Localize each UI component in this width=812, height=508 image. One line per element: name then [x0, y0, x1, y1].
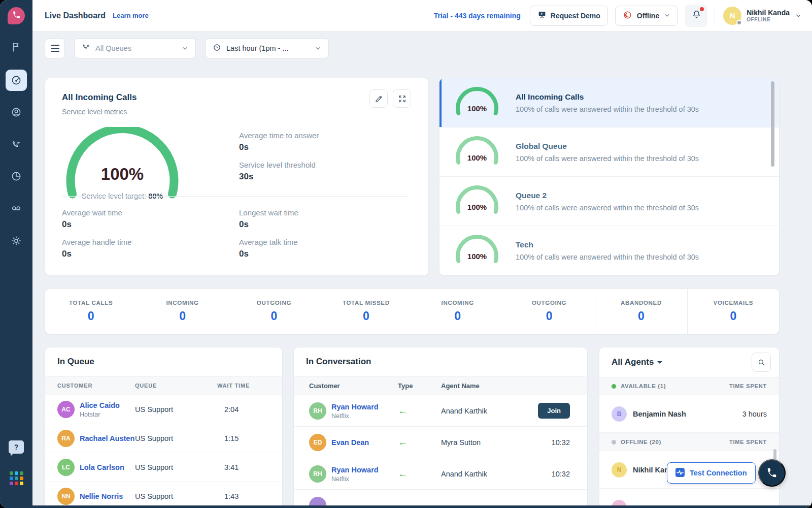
- bell-icon: [691, 9, 702, 22]
- incoming-call-arrow-icon: ←: [398, 437, 441, 448]
- time-spent: 3 hours: [742, 410, 767, 418]
- mini-gauge: 100%: [453, 235, 501, 266]
- table-row: NN Nellie Norris US Support 1:43: [45, 482, 282, 508]
- stat-total-missed: TOTAL MISSED0: [320, 289, 412, 334]
- sidebar: ?: [0, 0, 32, 508]
- call-metrics-icon[interactable]: [6, 134, 27, 155]
- avatar: AC: [57, 401, 75, 418]
- page-title: Live Dashboard: [45, 11, 106, 20]
- metric-avg-talk-time: Average talk time 0s: [239, 238, 298, 259]
- stat-missed-outgoing: OUTGOING0: [503, 289, 595, 334]
- queue-name: Global Queue: [516, 142, 699, 151]
- user-menu[interactable]: N Nikhil Kanda OFFLINE: [723, 7, 802, 25]
- table-header: CustomerTypeAgent Name: [294, 376, 587, 395]
- table-header: CUSTOMERQUEUEWAIT TIME: [45, 376, 282, 395]
- learn-more-link[interactable]: Learn more: [113, 12, 149, 19]
- call-duration: 10:32: [517, 438, 587, 447]
- reports-icon[interactable]: [6, 166, 27, 187]
- table-row: RH Ryan Howard Netflix ← Anand Karthik 1…: [294, 458, 587, 490]
- metric-avg-wait-time: Average wait time 0s: [62, 208, 122, 230]
- user-name: Nikhil Kanda: [747, 9, 790, 17]
- queue-desc: 100% of calls were answered within the t…: [516, 105, 699, 113]
- customer-link[interactable]: Ryan Howard: [331, 403, 379, 411]
- test-connection-button[interactable]: Test Connection: [667, 462, 756, 484]
- dashboard-menu-button[interactable]: [45, 38, 65, 58]
- presentation-icon: [537, 10, 547, 21]
- trial-banner[interactable]: Trial - 443 days remaining: [434, 12, 521, 20]
- stat-voicemails: VOICEMAILS0: [688, 289, 779, 334]
- status-dot: [612, 440, 616, 444]
- card-title: All Incoming Calls: [62, 92, 137, 103]
- app-switcher-icon[interactable]: [10, 471, 24, 486]
- table-row: AC Alice Caido Hotstar US Support 2:04: [45, 395, 282, 424]
- agents-filter-dropdown[interactable]: All Agents: [612, 357, 662, 367]
- scrollbar[interactable]: [771, 81, 774, 167]
- freshcaller-logo[interactable]: [8, 7, 25, 24]
- contacts-icon[interactable]: [6, 102, 27, 123]
- phone-icon: [12, 11, 21, 21]
- all-agents-card: All Agents AVAILABLE (1) TIME SPENT B Be…: [599, 347, 780, 508]
- avatar: NN: [57, 488, 75, 505]
- mini-gauge: 100%: [453, 136, 501, 168]
- expand-icon: [398, 94, 407, 103]
- join-call-button[interactable]: Join: [538, 403, 570, 419]
- user-status: OFFLINE: [747, 17, 790, 22]
- expand-button[interactable]: [393, 89, 411, 108]
- stat-incoming: INCOMING0: [137, 289, 228, 334]
- queue-desc: 100% of calls were answered within the t…: [516, 204, 699, 212]
- agents-section-offline: OFFLINE (20) TIME SPENT: [599, 433, 779, 451]
- divider: [715, 6, 715, 25]
- help-icon[interactable]: ?: [9, 440, 24, 454]
- avatar: RA: [57, 430, 75, 447]
- caret-down-icon: [657, 361, 662, 366]
- chevron-down-icon: [664, 12, 670, 19]
- queue-filter-select[interactable]: All Queues: [74, 38, 196, 58]
- customer-link[interactable]: Nellie Norris: [80, 492, 123, 500]
- queue-list-item[interactable]: 100% Queue 2 100% of calls were answered…: [439, 177, 779, 226]
- card-subtitle: Service level metrics: [62, 108, 127, 116]
- settings-icon[interactable]: [6, 230, 27, 251]
- metric-avg-handle-time: Average handle time 0s: [62, 238, 131, 259]
- avatar: RH: [309, 465, 326, 483]
- customer-link[interactable]: Lola Carlson: [80, 463, 124, 471]
- mini-gauge: 100%: [453, 185, 501, 217]
- mini-gauge: 100%: [453, 87, 501, 118]
- voicemail-icon[interactable]: [6, 198, 27, 219]
- notification-dot: [700, 7, 704, 11]
- customer-link[interactable]: Evan Dean: [331, 438, 369, 447]
- divider: [62, 196, 409, 197]
- search-icon: [757, 358, 766, 367]
- queue-desc: 100% of calls were answered within the t…: [516, 154, 699, 163]
- window-bottom-edge: [0, 505, 812, 508]
- customer-link[interactable]: Alice Caido: [80, 401, 120, 409]
- avatar: RH: [309, 402, 326, 420]
- avatar: B: [612, 406, 627, 422]
- edit-button[interactable]: [369, 89, 388, 108]
- customer-link[interactable]: Rachael Austen: [80, 434, 134, 442]
- status-label: Offline: [637, 12, 659, 20]
- queue-desc: 100% of calls were answered within the t…: [516, 253, 699, 261]
- agent-row[interactable]: B Benjamin Nash 3 hours: [599, 395, 779, 433]
- phone-fab[interactable]: [758, 459, 786, 487]
- request-demo-button[interactable]: Request Demo: [530, 6, 608, 26]
- connection-pulse-icon: [675, 468, 685, 479]
- agents-section-available: AVAILABLE (1) TIME SPENT: [599, 377, 779, 395]
- search-agents-button[interactable]: [752, 353, 771, 372]
- card-title: In Queue: [45, 347, 282, 376]
- avatar: LC: [57, 459, 75, 476]
- service-level-card: All Incoming Calls Service level metrics…: [45, 78, 429, 276]
- notifications-button[interactable]: [685, 5, 707, 27]
- queue-list-item[interactable]: 100% Tech 100% of calls were answered wi…: [439, 226, 779, 275]
- gauge-value: 100%: [61, 165, 183, 184]
- queue-list-item[interactable]: 100% All Incoming Calls 100% of calls we…: [439, 78, 779, 128]
- time-filter-select[interactable]: Last hour (1pm - ...: [205, 38, 329, 58]
- queue-list-item[interactable]: 100% Global Queue 100% of calls were ans…: [439, 128, 779, 177]
- filter-bar: All Queues Last hour (1pm - ...: [32, 31, 812, 65]
- table-row: LC Lola Carlson US Support 3:41: [45, 453, 282, 482]
- customer-link[interactable]: Ryan Howard: [331, 466, 379, 474]
- agent-status-select[interactable]: Offline: [615, 6, 678, 26]
- dashboard-icon[interactable]: [6, 70, 27, 91]
- onboarding-flag-icon[interactable]: [6, 37, 27, 58]
- clock-icon: [213, 43, 221, 54]
- in-queue-card: In Queue CUSTOMERQUEUEWAIT TIME AC Alice…: [45, 347, 283, 508]
